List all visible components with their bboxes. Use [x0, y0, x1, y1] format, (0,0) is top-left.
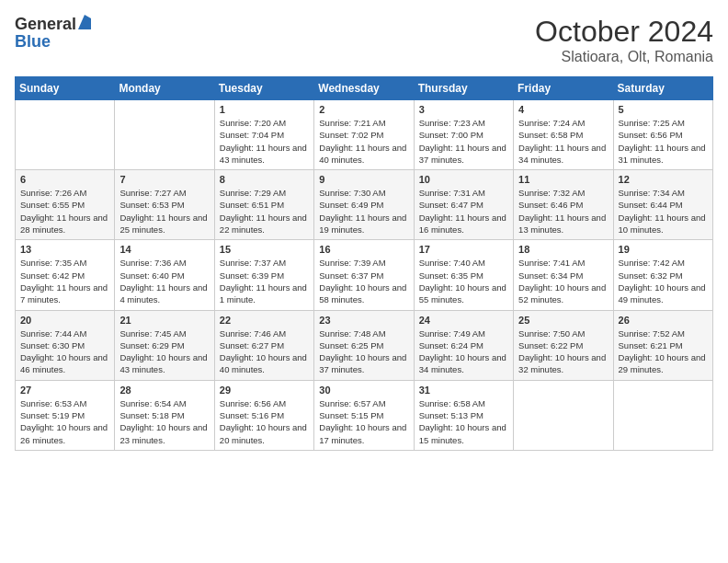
week-row-2: 6Sunrise: 7:26 AM Sunset: 6:55 PM Daylig… [16, 170, 713, 240]
day-detail: Sunrise: 7:44 AM Sunset: 6:30 PM Dayligh… [20, 327, 109, 376]
day-cell: 24Sunrise: 7:49 AM Sunset: 6:24 PM Dayli… [414, 310, 513, 380]
day-cell: 22Sunrise: 7:46 AM Sunset: 6:27 PM Dayli… [214, 310, 313, 380]
day-detail: Sunrise: 6:54 AM Sunset: 5:18 PM Dayligh… [119, 397, 209, 446]
day-detail: Sunrise: 7:40 AM Sunset: 6:35 PM Dayligh… [419, 257, 508, 305]
day-cell [613, 380, 712, 450]
day-number: 8 [220, 174, 309, 185]
day-cell: 11Sunrise: 7:32 AM Sunset: 6:46 PM Dayli… [514, 170, 613, 240]
weekday-header-saturday: Saturday [613, 77, 712, 100]
day-cell: 13Sunrise: 7:35 AM Sunset: 6:42 PM Dayli… [16, 240, 115, 310]
day-detail: Sunrise: 7:42 AM Sunset: 6:32 PM Dayligh… [619, 257, 708, 305]
day-cell: 31Sunrise: 6:58 AM Sunset: 5:13 PM Dayli… [414, 380, 513, 450]
day-number: 11 [518, 174, 608, 185]
day-detail: Sunrise: 7:37 AM Sunset: 6:39 PM Dayligh… [220, 257, 309, 305]
week-row-3: 13Sunrise: 7:35 AM Sunset: 6:42 PM Dayli… [16, 240, 713, 310]
day-number: 24 [419, 315, 508, 326]
day-number: 18 [518, 244, 608, 255]
day-number: 3 [419, 104, 508, 115]
week-row-1: 1Sunrise: 7:20 AM Sunset: 7:04 PM Daylig… [16, 100, 713, 170]
day-number: 1 [220, 104, 309, 115]
day-cell: 5Sunrise: 7:25 AM Sunset: 6:56 PM Daylig… [613, 100, 712, 170]
day-detail: Sunrise: 7:50 AM Sunset: 6:22 PM Dayligh… [518, 327, 608, 376]
day-cell: 16Sunrise: 7:39 AM Sunset: 6:37 PM Dayli… [314, 240, 414, 310]
day-cell [115, 100, 214, 170]
week-row-4: 20Sunrise: 7:44 AM Sunset: 6:30 PM Dayli… [16, 310, 713, 380]
location-title: Slatioara, Olt, Romania [535, 49, 713, 65]
day-number: 22 [220, 315, 309, 326]
day-detail: Sunrise: 7:32 AM Sunset: 6:46 PM Dayligh… [518, 187, 608, 236]
day-number: 25 [518, 315, 608, 326]
day-detail: Sunrise: 7:29 AM Sunset: 6:51 PM Dayligh… [220, 187, 309, 236]
day-cell: 29Sunrise: 6:56 AM Sunset: 5:16 PM Dayli… [214, 380, 313, 450]
day-cell [16, 100, 115, 170]
day-number: 7 [119, 174, 209, 185]
weekday-header-wednesday: Wednesday [314, 77, 414, 100]
day-cell: 21Sunrise: 7:45 AM Sunset: 6:29 PM Dayli… [115, 310, 214, 380]
day-number: 26 [619, 315, 708, 326]
logo-general-text: General [15, 16, 76, 32]
day-detail: Sunrise: 6:56 AM Sunset: 5:16 PM Dayligh… [220, 397, 309, 446]
day-detail: Sunrise: 6:57 AM Sunset: 5:15 PM Dayligh… [319, 397, 408, 446]
day-detail: Sunrise: 7:27 AM Sunset: 6:53 PM Dayligh… [119, 187, 209, 236]
day-number: 21 [119, 315, 209, 326]
day-detail: Sunrise: 7:23 AM Sunset: 7:00 PM Dayligh… [419, 117, 508, 166]
day-detail: Sunrise: 7:31 AM Sunset: 6:47 PM Dayligh… [419, 187, 508, 236]
day-cell: 30Sunrise: 6:57 AM Sunset: 5:15 PM Dayli… [314, 380, 414, 450]
day-cell: 7Sunrise: 7:27 AM Sunset: 6:53 PM Daylig… [115, 170, 214, 240]
day-cell: 12Sunrise: 7:34 AM Sunset: 6:44 PM Dayli… [613, 170, 712, 240]
weekday-header-thursday: Thursday [414, 77, 513, 100]
day-cell: 10Sunrise: 7:31 AM Sunset: 6:47 PM Dayli… [414, 170, 513, 240]
day-number: 27 [20, 385, 109, 396]
day-cell: 15Sunrise: 7:37 AM Sunset: 6:39 PM Dayli… [214, 240, 313, 310]
day-number: 31 [419, 385, 508, 396]
day-cell: 14Sunrise: 7:36 AM Sunset: 6:40 PM Dayli… [115, 240, 214, 310]
day-cell: 9Sunrise: 7:30 AM Sunset: 6:49 PM Daylig… [314, 170, 414, 240]
svg-marker-0 [78, 15, 91, 29]
day-detail: Sunrise: 7:41 AM Sunset: 6:34 PM Dayligh… [518, 257, 608, 305]
day-number: 16 [319, 244, 408, 255]
logo-blue-text: Blue [15, 32, 51, 51]
weekday-header-friday: Friday [514, 77, 613, 100]
day-number: 6 [20, 174, 109, 185]
logo: General Blue [15, 15, 91, 51]
day-detail: Sunrise: 7:21 AM Sunset: 7:02 PM Dayligh… [319, 117, 408, 166]
day-cell: 6Sunrise: 7:26 AM Sunset: 6:55 PM Daylig… [16, 170, 115, 240]
day-cell: 28Sunrise: 6:54 AM Sunset: 5:18 PM Dayli… [115, 380, 214, 450]
day-cell: 19Sunrise: 7:42 AM Sunset: 6:32 PM Dayli… [613, 240, 712, 310]
weekday-header-tuesday: Tuesday [214, 77, 313, 100]
day-cell [514, 380, 613, 450]
day-number: 17 [419, 244, 508, 255]
day-cell: 18Sunrise: 7:41 AM Sunset: 6:34 PM Dayli… [514, 240, 613, 310]
day-cell: 1Sunrise: 7:20 AM Sunset: 7:04 PM Daylig… [214, 100, 313, 170]
day-detail: Sunrise: 7:49 AM Sunset: 6:24 PM Dayligh… [419, 327, 508, 376]
day-cell: 23Sunrise: 7:48 AM Sunset: 6:25 PM Dayli… [314, 310, 414, 380]
day-cell: 17Sunrise: 7:40 AM Sunset: 6:35 PM Dayli… [414, 240, 513, 310]
day-number: 29 [220, 385, 309, 396]
weekday-header-sunday: Sunday [16, 77, 115, 100]
day-detail: Sunrise: 7:48 AM Sunset: 6:25 PM Dayligh… [319, 327, 408, 376]
day-number: 12 [619, 174, 708, 185]
day-number: 30 [319, 385, 408, 396]
logo-icon [78, 15, 91, 29]
day-number: 2 [319, 104, 408, 115]
day-detail: Sunrise: 7:45 AM Sunset: 6:29 PM Dayligh… [119, 327, 209, 376]
day-cell: 27Sunrise: 6:53 AM Sunset: 5:19 PM Dayli… [16, 380, 115, 450]
day-detail: Sunrise: 6:53 AM Sunset: 5:19 PM Dayligh… [20, 397, 109, 446]
page-header: General Blue October 2024 Slatioara, Olt… [15, 15, 713, 65]
day-detail: Sunrise: 7:52 AM Sunset: 6:21 PM Dayligh… [619, 327, 708, 376]
day-detail: Sunrise: 7:24 AM Sunset: 6:58 PM Dayligh… [518, 117, 608, 166]
weekday-header-monday: Monday [115, 77, 214, 100]
weekday-header-row: SundayMondayTuesdayWednesdayThursdayFrid… [16, 77, 713, 100]
day-number: 20 [20, 315, 109, 326]
day-number: 4 [518, 104, 608, 115]
day-cell: 20Sunrise: 7:44 AM Sunset: 6:30 PM Dayli… [16, 310, 115, 380]
day-detail: Sunrise: 7:25 AM Sunset: 6:56 PM Dayligh… [619, 117, 708, 166]
week-row-5: 27Sunrise: 6:53 AM Sunset: 5:19 PM Dayli… [16, 380, 713, 450]
day-cell: 2Sunrise: 7:21 AM Sunset: 7:02 PM Daylig… [314, 100, 414, 170]
day-detail: Sunrise: 6:58 AM Sunset: 5:13 PM Dayligh… [419, 397, 508, 446]
day-number: 10 [419, 174, 508, 185]
day-detail: Sunrise: 7:30 AM Sunset: 6:49 PM Dayligh… [319, 187, 408, 236]
day-cell: 26Sunrise: 7:52 AM Sunset: 6:21 PM Dayli… [613, 310, 712, 380]
day-detail: Sunrise: 7:46 AM Sunset: 6:27 PM Dayligh… [220, 327, 309, 376]
day-detail: Sunrise: 7:36 AM Sunset: 6:40 PM Dayligh… [119, 257, 209, 305]
